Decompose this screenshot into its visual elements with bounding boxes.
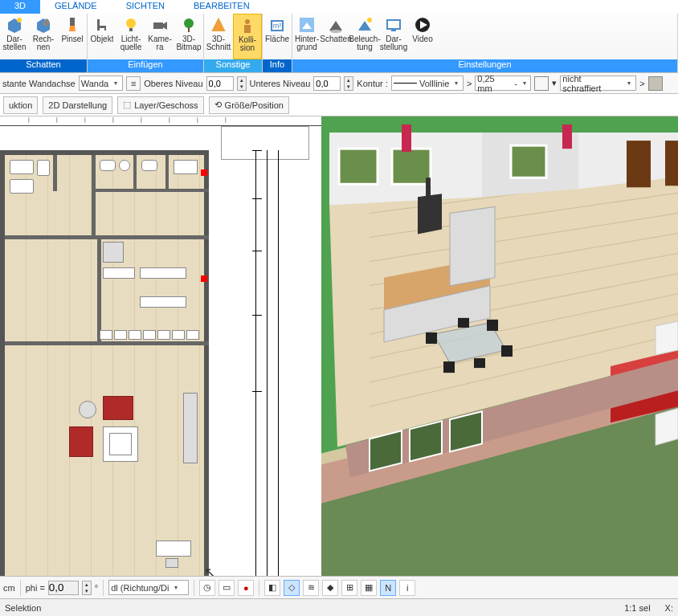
color-swatch-1[interactable] xyxy=(534,76,549,91)
svg-point-14 xyxy=(245,19,250,24)
svg-marker-70 xyxy=(450,411,482,451)
wandachse-label: stante Wandachse xyxy=(2,79,76,88)
svg-marker-19 xyxy=(329,21,342,31)
clock-icon[interactable]: ◷ xyxy=(199,580,215,596)
north-icon[interactable]: N xyxy=(380,580,396,596)
phi-label: phi = xyxy=(26,583,45,593)
camera-icon xyxy=(151,16,169,34)
layer-geschoss-button[interactable]: ⬚Layer/Geschoss xyxy=(117,96,203,114)
snap-point-icon[interactable]: ◆ xyxy=(322,580,338,596)
status-x: X: xyxy=(665,603,673,613)
oberes-niveau-input[interactable] xyxy=(206,76,234,91)
svg-point-1 xyxy=(17,18,22,22)
svg-rect-23 xyxy=(387,20,400,29)
2d-view[interactable]: |||||||| xyxy=(0,116,321,576)
tab-gelaende[interactable]: GELÄNDE xyxy=(40,0,112,14)
svg-rect-62 xyxy=(474,358,485,368)
group-sonstige-title: Sonstige xyxy=(204,59,262,72)
floorplan[interactable]: ↖ xyxy=(0,126,225,576)
3d-view[interactable] xyxy=(321,116,678,576)
oberes-niveau-spin[interactable]: ▴▾ xyxy=(237,76,247,91)
svg-marker-54 xyxy=(418,194,442,234)
hatch-combo[interactable]: nicht schraffiert▾ xyxy=(560,75,636,91)
gt2: > xyxy=(639,79,644,88)
svg-rect-9 xyxy=(153,22,163,29)
group-einfuegen-title: Einfügen xyxy=(88,59,203,72)
lightbulb-icon xyxy=(122,16,140,34)
svg-marker-53 xyxy=(450,206,495,285)
tab-3d[interactable]: 3D xyxy=(0,0,40,14)
2d-darstellung-button[interactable]: 2D Darstellung xyxy=(43,96,112,114)
cube-sun-icon xyxy=(6,16,23,34)
section-icon xyxy=(210,16,227,34)
kollision-button[interactable]: Kolli- sion xyxy=(233,14,262,59)
schatten-button[interactable]: Schatten xyxy=(321,14,350,59)
kontur-label: Kontur : xyxy=(357,79,388,88)
3d-schnitt-button[interactable]: 3D- Schnitt xyxy=(204,14,233,59)
snap-mid-icon[interactable]: ⊞ xyxy=(341,580,357,596)
properties-bar: stante Wandachse Wanda▾ ≡ Oberes Niveau … xyxy=(0,73,678,94)
unteres-niveau-label: Unteres Niveau xyxy=(250,79,311,88)
lichtquelle-button[interactable]: Licht- quelle ▾ xyxy=(116,14,145,59)
layers-icon: ⬚ xyxy=(123,100,131,110)
tab-sichten[interactable]: SICHTEN xyxy=(112,0,179,14)
svg-rect-55 xyxy=(426,177,431,198)
svg-rect-48 xyxy=(665,141,678,186)
svg-rect-46 xyxy=(511,145,546,177)
svg-marker-66 xyxy=(656,408,678,445)
rechnen-button[interactable]: Rech- nen xyxy=(29,14,58,59)
kontur-linestyle-combo[interactable]: Volllinie▾ xyxy=(391,75,464,91)
darstellen-button[interactable]: Dar- stellen xyxy=(0,14,29,59)
group-schatten-title: Schatten xyxy=(0,59,87,72)
unteres-niveau-spin[interactable]: ▴▾ xyxy=(344,76,353,91)
phi-input[interactable] xyxy=(48,581,79,595)
svg-rect-8 xyxy=(129,28,133,31)
3d-scene xyxy=(321,116,678,576)
beleuchtung-button[interactable]: Beleuch- tung xyxy=(350,14,379,59)
bottom-toolbar: cm phi = ▴▾ ° dl (Richtung/Di▾ ◷ ▭ ● ◧ ◇… xyxy=(0,576,678,598)
group-info-title: Info xyxy=(263,59,292,72)
layers-icon2[interactable]: ≋ xyxy=(303,580,319,596)
uktion-button[interactable]: uktion xyxy=(3,96,38,114)
3d-bitmap-button[interactable]: 3D- Bitmap xyxy=(174,14,203,59)
brush-icon xyxy=(63,16,81,34)
record-icon[interactable]: ● xyxy=(238,580,254,596)
hintergrund-button[interactable]: Hinter- grund xyxy=(292,14,321,59)
house-light-icon xyxy=(356,16,374,34)
main-tabs: 3D GELÄNDE SICHTEN BEARBEITEN xyxy=(0,0,678,14)
gt1: > xyxy=(467,79,472,88)
pinsel-button[interactable]: Pinsel xyxy=(58,14,87,59)
ruler-top: |||||||| xyxy=(0,116,321,126)
tab-bearbeiten[interactable]: BEARBEITEN xyxy=(179,0,264,14)
color1-arrow-icon[interactable]: ▾ xyxy=(552,78,557,88)
direction-combo[interactable]: dl (Richtung/Di▾ xyxy=(108,580,189,595)
svg-rect-57 xyxy=(426,332,437,344)
area-icon: m² xyxy=(268,16,286,34)
cube1-icon[interactable]: ◧ xyxy=(264,580,280,596)
kontur-thickness-combo[interactable]: 0,25 mm-▾ xyxy=(475,75,531,91)
phi-spin[interactable]: ▴▾ xyxy=(82,581,92,595)
kamera-button[interactable]: Kame- ra xyxy=(145,14,174,59)
svg-point-11 xyxy=(184,18,194,28)
resize-icon: ⟲ xyxy=(214,100,222,110)
wandachse-combo[interactable]: Wanda▾ xyxy=(79,75,123,91)
person-icon xyxy=(239,17,256,35)
groesse-position-button[interactable]: ⟲Größe/Position xyxy=(209,96,289,114)
cube-refresh-icon xyxy=(35,16,52,34)
align-icon[interactable]: ≡ xyxy=(126,76,141,91)
status-bar: Selektion 1:1 sel X: xyxy=(0,598,678,616)
unteres-niveau-input[interactable] xyxy=(313,76,341,91)
flaeche-button[interactable]: m² Fläche xyxy=(263,14,292,59)
deg-label: ° xyxy=(95,583,98,593)
snap-grid-icon[interactable]: ◇ xyxy=(284,580,300,596)
svg-rect-49 xyxy=(402,124,411,152)
video-button[interactable]: Video xyxy=(408,14,437,59)
svg-rect-61 xyxy=(458,318,469,328)
objekt-button[interactable]: Objekt xyxy=(88,14,116,59)
monitor-icon[interactable]: ▭ xyxy=(219,580,235,596)
chair-icon xyxy=(93,16,111,34)
info-icon[interactable]: i xyxy=(399,580,415,596)
darstellung-button[interactable]: Dar- stellung xyxy=(379,14,408,59)
grid-icon[interactable]: ▦ xyxy=(361,580,377,596)
color-swatch-2[interactable] xyxy=(648,76,663,91)
